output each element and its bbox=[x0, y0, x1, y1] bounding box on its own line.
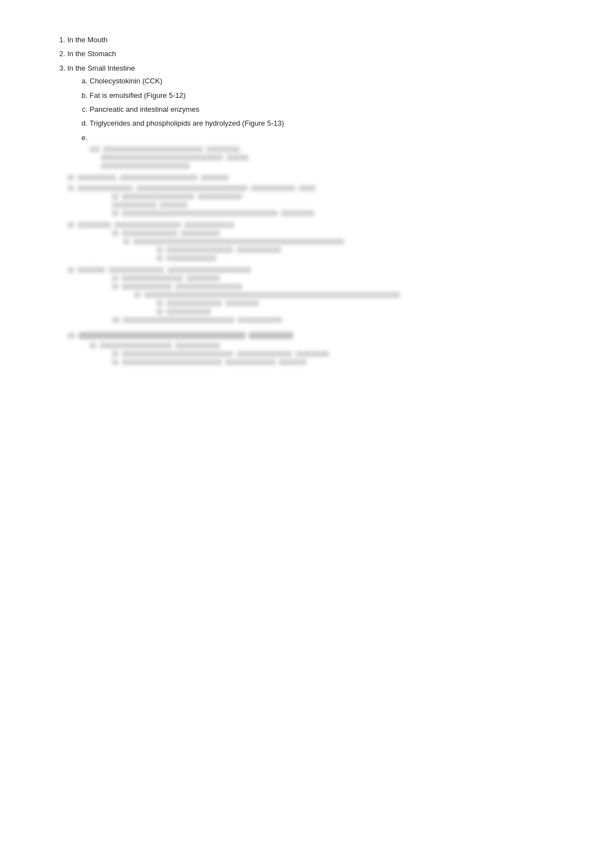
sub-list-3: Cholecystokinin (CCK) Fat is emulsified … bbox=[90, 75, 546, 144]
sub-item-3d bbox=[90, 131, 546, 144]
sub-item-3b2-text: Pancreatic and intestinal enzymes bbox=[90, 105, 199, 113]
content-area: In the Mouth In the Stomach In the Small… bbox=[45, 33, 546, 365]
main-list-section: In the Mouth In the Stomach In the Small… bbox=[45, 33, 546, 144]
list-item-3: In the Small Intestine Cholecystokinin (… bbox=[67, 62, 546, 144]
sub-item-3c: Triglycerides and phospholipids are hydr… bbox=[90, 117, 546, 130]
sub-item-3a-text: Cholecystokinin (CCK) bbox=[90, 77, 162, 85]
blurred-section-1 bbox=[45, 146, 546, 365]
sub-item-3a: Cholecystokinin (CCK) bbox=[90, 75, 546, 87]
list-item-2: In the Stomach bbox=[67, 47, 546, 60]
sub-item-3b2: Pancreatic and intestinal enzymes bbox=[90, 103, 546, 116]
main-ordered-list: In the Mouth In the Stomach In the Small… bbox=[67, 33, 546, 144]
sub-item-3b1: Fat is emulsified (Figure 5-12) bbox=[90, 89, 546, 102]
list-item-3-text: In the Small Intestine bbox=[67, 64, 135, 72]
sub-item-3c-text: Triglycerides and phospholipids are hydr… bbox=[90, 119, 284, 127]
list-item-2-text: In the Stomach bbox=[67, 49, 116, 58]
list-item-1-text: In the Mouth bbox=[67, 36, 107, 44]
list-item-1: In the Mouth bbox=[67, 33, 546, 46]
sub-item-3b1-text: Fat is emulsified (Figure 5-12) bbox=[90, 91, 186, 100]
